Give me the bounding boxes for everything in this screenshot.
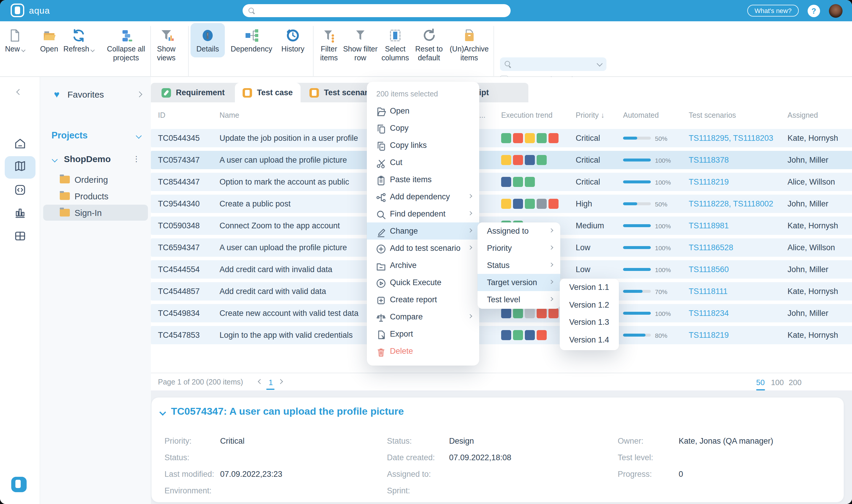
history-button[interactable]: History [277, 25, 309, 54]
current-page[interactable]: 1 [269, 378, 273, 387]
context-menu-item-export[interactable]: Export [367, 325, 479, 342]
dependency-button[interactable]: Dependency [227, 25, 276, 54]
global-search-input[interactable] [242, 4, 511, 17]
table-row[interactable]: TC9544340Create a public postHigh50%TS11… [151, 195, 852, 213]
tree-folder-sign-in[interactable]: Sign-In [43, 205, 148, 221]
version-submenu-item-version-1-4[interactable]: Version 1.4 [560, 331, 619, 348]
cell-test-scenarios[interactable]: TS1118981 [689, 221, 729, 230]
tree-folder-products[interactable]: Products [43, 188, 148, 204]
table-row[interactable]: TC0574347A user can upload the profile p… [151, 151, 852, 169]
chevron-down-icon [52, 157, 58, 162]
cell-id: TC0544345 [158, 134, 200, 143]
context-menu-item-copy-links[interactable]: Copy links [367, 137, 479, 154]
context-menu-item-quick-execute[interactable]: Quick Execute [367, 274, 479, 291]
sidebar-item-map[interactable] [5, 156, 36, 179]
change-submenu-item-status[interactable]: Status [477, 257, 560, 274]
change-submenu-item-priority[interactable]: Priority [477, 239, 560, 257]
cell-test-scenarios[interactable]: TS1118234 [689, 309, 729, 318]
sidebar-item-code-clock[interactable] [5, 180, 36, 202]
sidebar-item-bar-chart[interactable] [5, 202, 36, 225]
show-views-button[interactable]: Show views [151, 25, 181, 62]
cell-assigned: Kate, Hornysh [787, 287, 838, 296]
change-submenu-item-test-level[interactable]: Test level [477, 291, 560, 308]
kebab-menu-icon[interactable]: ⋮ [132, 155, 140, 163]
column-header-automated[interactable]: Automated [623, 111, 659, 120]
cell-test-scenarios[interactable]: TS1118219 [689, 331, 729, 340]
cell-test-scenarios[interactable]: TS1118111 [689, 287, 728, 296]
trend-square-green [513, 308, 523, 318]
prev-page-icon[interactable] [258, 379, 263, 384]
context-menu-item-find-dependent[interactable]: Find dependent [367, 205, 479, 222]
context-menu-item-copy[interactable]: Copy [367, 120, 479, 137]
favorites-header[interactable]: Favorites [68, 89, 104, 100]
column-header-execution-trend[interactable]: Execution trend [501, 111, 552, 120]
column-header-priority[interactable]: Priority ↓ [576, 111, 604, 120]
chevron-right-icon[interactable] [137, 91, 142, 97]
whats-new-button[interactable]: What's new? [747, 5, 799, 17]
help-button[interactable]: ? [808, 4, 820, 17]
table-row[interactable]: TC4547853Login to the app with valid cre… [151, 326, 852, 344]
cell-test-scenarios[interactable]: TS1118378 [689, 156, 729, 164]
table-row[interactable]: TC8544347Option to mark the account as p… [151, 173, 852, 191]
detail-field-label: Status: [164, 453, 189, 462]
details-button[interactable]: !Details [191, 23, 225, 57]
page-size-100[interactable]: 100 [771, 378, 784, 387]
refresh-button[interactable]: Refresh [60, 25, 97, 54]
open-button[interactable]: Open [36, 25, 62, 54]
version-submenu-item-version-1-3[interactable]: Version 1.3 [560, 313, 619, 331]
toolbar-search-input[interactable] [500, 57, 606, 71]
next-page-icon[interactable] [278, 379, 283, 384]
reset-to-default-button[interactable]: Reset to default [410, 25, 448, 62]
select-columns-button[interactable]: Select columns [376, 25, 414, 62]
tab-requirement[interactable]: Requirement [156, 83, 231, 102]
change-submenu-item-target-version[interactable]: Target version [477, 274, 560, 291]
context-menu-item-create-report[interactable]: Create report [367, 291, 479, 308]
archive-icon [375, 260, 387, 274]
context-menu-item-add-dependency[interactable]: Add dependency [367, 188, 479, 205]
filter-items-button[interactable]: Filter items [314, 25, 344, 62]
context-menu-item-delete[interactable]: Delete [367, 342, 479, 360]
context-menu-item-cut[interactable]: Cut [367, 154, 479, 171]
collapse-panel-icon[interactable] [16, 89, 22, 95]
page-size-50[interactable]: 50 [756, 378, 765, 387]
page-size-200[interactable]: 200 [789, 378, 801, 387]
show-filter-row-button[interactable]: Show filter row [341, 25, 379, 62]
tree-node-shopdemo[interactable]: ShopDemo ⋮ [40, 152, 151, 167]
cell-test-scenarios[interactable]: TS11186528 [689, 243, 733, 252]
cell-test-scenarios[interactable]: TS1118560 [689, 265, 729, 274]
sidebar-item-grid[interactable] [5, 226, 36, 249]
collapse-all-projects-button[interactable]: Collapse all projects [101, 25, 151, 62]
new-button[interactable]: New [1, 25, 29, 54]
column-header-test-scenarios[interactable]: Test scenarios [689, 111, 736, 120]
column-header-name[interactable]: Name [219, 111, 239, 120]
column-header-assigned[interactable]: Assigned [787, 111, 818, 120]
-un-archive-items-button[interactable]: (Un)Archive items [447, 25, 491, 62]
sidebar-item-home[interactable] [5, 134, 36, 156]
cell-test-scenarios[interactable]: TS1118228, TS1118002 [689, 199, 773, 208]
automated-progress-bar [623, 268, 651, 271]
table-row[interactable]: TC0544345Update the job position in a us… [151, 129, 852, 147]
column-header--[interactable]: ... [479, 111, 486, 120]
change-submenu-item-assigned-to[interactable]: Assigned to [477, 222, 560, 239]
cell-test-scenarios[interactable]: TS1118295, TS1118203 [689, 134, 773, 143]
context-menu-item-change[interactable]: Change [367, 222, 479, 239]
collapse-detail-icon[interactable] [160, 409, 166, 416]
cell-test-scenarios[interactable]: TS1118219 [689, 178, 729, 186]
context-menu-item-paste-items[interactable]: Paste items [367, 171, 479, 188]
context-menu-item-add-to-test-scenario[interactable]: Add to test scenario [367, 239, 479, 257]
context-menu-item-compare[interactable]: Compare [367, 308, 479, 325]
chevron-down-icon[interactable] [597, 60, 603, 66]
tree-folder-ordering[interactable]: Ordering [43, 172, 148, 187]
version-submenu-item-version-1-1[interactable]: Version 1.1 [560, 278, 619, 296]
version-submenu-item-version-1-2[interactable]: Version 1.2 [560, 296, 619, 313]
context-menu-item-open[interactable]: Open [367, 102, 479, 120]
toolbar-button-label: Collapse all projects [101, 45, 151, 62]
projects-header[interactable]: Projects [52, 130, 143, 143]
user-avatar[interactable] [829, 4, 842, 17]
chevron-right-icon [549, 297, 553, 301]
trend-square-green [513, 177, 523, 187]
tab-test-case[interactable]: Test case [235, 83, 301, 102]
column-header-id[interactable]: ID [158, 111, 165, 120]
context-menu-item-archive[interactable]: Archive [367, 257, 479, 274]
detail-title[interactable]: TC0574347: A user can upload the profile… [171, 406, 404, 418]
